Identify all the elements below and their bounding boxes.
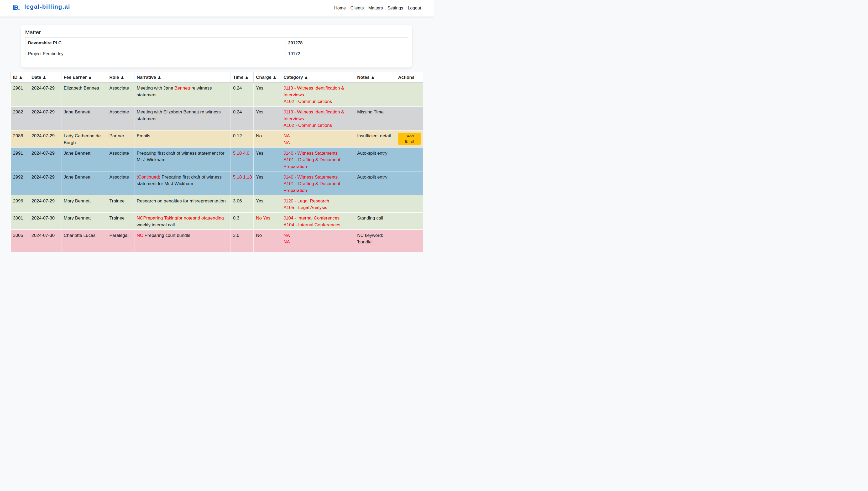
svg-text:.ai: .ai	[18, 8, 20, 10]
